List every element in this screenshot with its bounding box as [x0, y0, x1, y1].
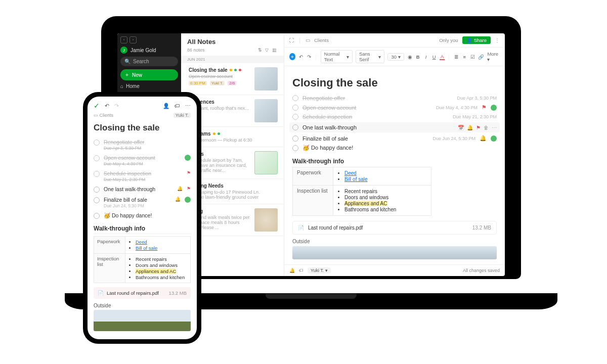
task-checkbox[interactable] — [94, 197, 100, 203]
task-row[interactable]: Finalize bill of saleDue Jun 24, 5:30 PM… — [292, 133, 497, 143]
attached-image[interactable] — [94, 310, 191, 331]
breadcrumb[interactable]: Clients — [314, 37, 329, 43]
paragraph-style-select[interactable]: Normal Text ▾ — [321, 50, 353, 63]
task-row[interactable]: Renegotiate offerDue Apr 3, 5:30 PM — [292, 94, 497, 103]
attached-image[interactable] — [292, 246, 497, 259]
task-checkbox[interactable] — [292, 135, 298, 142]
delete-icon[interactable]: 🗑 — [484, 125, 489, 130]
reminder-footer-icon[interactable]: 🔔 — [289, 268, 295, 273]
task-checkbox[interactable] — [292, 105, 298, 111]
task-row[interactable]: One last walk-through🔔⚑ — [94, 184, 191, 195]
task-row[interactable]: Open escrow accountDue May 4, 4:30 PM — [94, 153, 191, 168]
breadcrumb[interactable]: Clients — [100, 113, 114, 118]
link-icon[interactable]: 🔗 — [478, 54, 484, 60]
link[interactable]: Bill of sale — [344, 176, 368, 182]
font-size-select[interactable]: 30 ▾ — [387, 53, 404, 61]
task-checkbox[interactable] — [94, 187, 100, 193]
insert-button[interactable]: + — [289, 53, 295, 60]
more-button[interactable]: More ▾ — [487, 51, 500, 62]
highlight-icon[interactable]: A — [440, 54, 445, 60]
link[interactable]: Bill of sale — [136, 245, 157, 251]
redo-icon[interactable]: ↷ — [114, 103, 119, 109]
tag-icon[interactable]: 🏷 — [175, 103, 180, 109]
user-name: Jamie Gold — [131, 48, 156, 53]
notebook-icon: ▭ — [306, 37, 310, 43]
attachment[interactable]: 📄 Last round of repairs.pdf 13.2 MB — [292, 221, 497, 235]
nav-forward-icon[interactable]: › — [129, 36, 137, 43]
link[interactable]: Deed — [136, 239, 147, 245]
note-item[interactable]: Closing the sale Open escrow account 6:3… — [181, 63, 284, 95]
search-input[interactable]: 🔍 Search — [120, 57, 178, 66]
table-cell: DeedBill of sale — [125, 237, 191, 254]
note-snippet: Open escrow account — [189, 74, 250, 79]
task-text: Renegotiate offer — [104, 139, 144, 145]
note-count: 86 notes — [187, 48, 205, 53]
note-title[interactable]: Closing the sale — [94, 123, 191, 133]
nav-back-icon[interactable]: ‹ — [120, 36, 127, 43]
task-row[interactable]: Renegotiate offerDue Apr 3, 5:30 PM — [94, 137, 191, 153]
sidebar-item-home[interactable]: ⌂ Home — [120, 83, 178, 89]
task-checkbox[interactable] — [292, 145, 298, 151]
attachment[interactable]: 📄 Last round of repairs.pdf 13.2 MB — [94, 287, 191, 299]
more-icon[interactable]: ⋮ — [495, 37, 500, 43]
task-row[interactable]: 🥳 Do happy dance! — [94, 210, 191, 221]
task-row[interactable]: Open escrow accountDue May 4, 4:30 PM⚑ — [292, 103, 497, 112]
expand-icon[interactable]: ⛶ — [289, 37, 294, 43]
pdf-icon: 📄 — [98, 290, 104, 296]
more-icon[interactable]: ⋯ — [492, 125, 497, 130]
calendar-icon[interactable]: 📅 — [458, 125, 464, 130]
checklist-icon[interactable]: ☑ — [470, 54, 475, 60]
search-icon: 🔍 — [124, 59, 131, 64]
task-checkbox[interactable] — [292, 124, 298, 130]
task-row[interactable]: 🥳 Do happy dance! — [292, 143, 497, 153]
task-checkbox[interactable] — [94, 171, 100, 177]
task-text: Schedule inspection — [104, 170, 151, 176]
share-button[interactable]: 👤Share — [462, 36, 491, 44]
task-text: Finalize bill of sale — [104, 197, 147, 203]
note-title[interactable]: Closing the sale — [292, 76, 497, 89]
done-icon[interactable]: ✓ — [94, 102, 100, 110]
table-header: Paperwork — [94, 237, 125, 254]
bold-icon[interactable]: B — [415, 54, 420, 60]
info-table: Paperwork DeedBill of sale Inspection li… — [292, 167, 431, 216]
task-row[interactable]: One last walk-through 📅🔔⚑🗑⋯ — [289, 122, 500, 132]
italic-icon[interactable]: I — [423, 54, 428, 60]
filter-icon[interactable]: ▽ — [265, 48, 270, 53]
notebook-icon: ▭ — [94, 113, 98, 118]
attachment-size: 13.2 MB — [169, 290, 187, 296]
sort-icon[interactable]: ⇅ — [258, 48, 263, 53]
text-color-icon[interactable]: ◉ — [407, 54, 412, 60]
table-header: Paperwork — [293, 167, 333, 186]
new-button[interactable]: ＋ New — [120, 69, 178, 80]
more-icon[interactable]: ⋯ — [185, 103, 191, 109]
bullet-list-icon[interactable]: ≣ — [454, 54, 459, 60]
task-row[interactable]: Schedule inspectionDue May 21, 2:30 PM — [292, 112, 497, 121]
task-row[interactable]: Schedule inspectionDue May 21, 2:30 PM⚑ — [94, 168, 191, 184]
flag-icon[interactable]: ⚑ — [476, 125, 481, 130]
undo-icon[interactable]: ↶ — [298, 54, 304, 60]
date-header: JUN 2021 — [181, 56, 284, 63]
task-row[interactable]: Finalize bill of saleDue Jun 24, 5:30 PM… — [94, 195, 191, 210]
task-checkbox[interactable] — [292, 114, 298, 120]
assignee-chip[interactable]: Yuki T. — [174, 113, 191, 118]
undo-icon[interactable]: ↶ — [105, 103, 109, 109]
task-checkbox[interactable] — [94, 140, 100, 146]
note-thumbnail — [254, 151, 278, 174]
tag-icon[interactable]: 🏷 — [299, 268, 304, 273]
account-menu[interactable]: J Jamie Gold — [120, 47, 178, 54]
underline-icon[interactable]: U — [431, 54, 437, 60]
note-editor: ⛶ │ ▭ Clients Only you 👤Share ⋮ + — [284, 33, 505, 276]
redo-icon[interactable]: ↷ — [307, 54, 312, 60]
task-checkbox[interactable] — [94, 155, 100, 161]
note-time: 6:30 PM — [189, 81, 207, 85]
task-text[interactable]: One last walk-through — [302, 124, 454, 130]
numbered-list-icon[interactable]: ≡ — [462, 54, 467, 60]
reminder-icon[interactable]: 🔔 — [467, 125, 473, 130]
assignee-chip[interactable]: Yuki T. ▾ — [308, 267, 331, 274]
task-checkbox[interactable] — [94, 213, 100, 219]
view-icon[interactable]: ▥ — [272, 48, 278, 53]
share-icon[interactable]: 👤 — [163, 103, 169, 109]
task-checkbox[interactable] — [292, 95, 298, 101]
font-family-select[interactable]: Sans Serif ▾ — [356, 50, 384, 63]
link[interactable]: Deed — [344, 170, 357, 176]
